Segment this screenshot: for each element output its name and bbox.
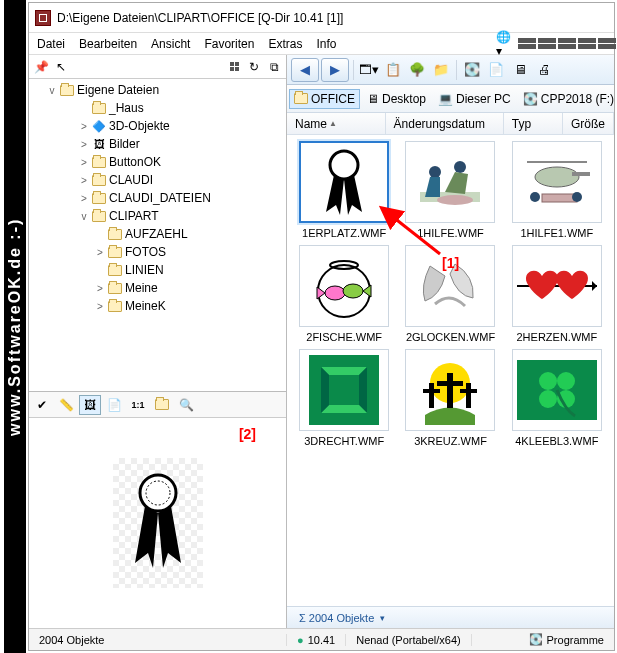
thumb-caption: 2HERZEN.WMF [516, 331, 597, 343]
tree-toggle-icon[interactable]: 🌳 [406, 59, 428, 81]
svg-rect-23 [447, 373, 453, 408]
svg-rect-27 [466, 383, 471, 408]
tree-item[interactable]: _Haus [33, 99, 286, 117]
file-thumb[interactable]: 1ERPLATZ.WMF [293, 141, 395, 239]
status-right: 💽 Programme [519, 633, 614, 646]
globe-icon: ● [297, 634, 304, 646]
left-pane: 📌 ↖ ↻ ⧉ v Eigene Dateien _Haus>🔷3D-Objek… [29, 55, 287, 628]
menubar: Datei Bearbeiten Ansicht Favoriten Extra… [29, 33, 614, 55]
svg-rect-10 [572, 172, 590, 176]
monitor-icon[interactable]: 🖥 [509, 59, 531, 81]
menu-extras[interactable]: Extras [262, 35, 308, 53]
one-to-one-icon[interactable]: 1:1 [127, 395, 149, 415]
layout-5-icon[interactable] [594, 35, 612, 53]
svg-rect-28 [460, 389, 477, 393]
tree-item[interactable]: >🔷3D-Objekte [33, 117, 286, 135]
menu-favoriten[interactable]: Favoriten [198, 35, 260, 53]
zoom-icon[interactable]: 🔍 [175, 395, 197, 415]
statusbar: 2004 Objekte ● 10.41 Nenad (Portabel/x64… [29, 628, 614, 650]
tree-item[interactable]: vCLIPART [33, 207, 286, 225]
main-body: 📌 ↖ ↻ ⧉ v Eigene Dateien _Haus>🔷3D-Objek… [29, 55, 614, 628]
svg-point-0 [140, 475, 176, 511]
new-window-icon[interactable]: ⧉ [266, 59, 282, 75]
column-headers[interactable]: Name▲ Änderungsdatum Typ Größe [287, 113, 614, 135]
layout-1-icon[interactable] [514, 35, 532, 53]
doc-icon[interactable]: 📄 [485, 59, 507, 81]
thumb-caption: 4KLEEBL3.WMF [515, 435, 598, 447]
col-date[interactable]: Änderungsdatum [386, 113, 504, 134]
annotation-2: [2] [239, 426, 256, 442]
tree-item[interactable]: >Meine [33, 279, 286, 297]
ruler-icon[interactable]: 📏 [55, 395, 77, 415]
svg-point-9 [535, 167, 579, 187]
window-title: D:\Eigene Dateien\CLIPART\OFFICE [Q-Dir … [57, 11, 343, 25]
back-button[interactable]: ◀ [291, 58, 319, 82]
svg-point-17 [343, 284, 363, 298]
tree-item[interactable]: LINIEN [33, 261, 286, 279]
thumb-image [405, 245, 495, 327]
forward-button[interactable]: ▶ [321, 58, 349, 82]
col-name[interactable]: Name▲ [287, 113, 386, 134]
file-thumb[interactable]: 3KREUZ.WMF [399, 349, 501, 447]
globe-icon[interactable]: 🌐▾ [494, 35, 512, 53]
file-thumb[interactable]: 2GLOCKEN.WMF [399, 245, 501, 343]
drive-icon[interactable]: 💽 [461, 59, 483, 81]
layout-2-icon[interactable] [534, 35, 552, 53]
thumb-image [405, 141, 495, 223]
print-icon[interactable]: 🖨 [533, 59, 555, 81]
layout-4-icon[interactable] [574, 35, 592, 53]
tree-item[interactable]: >CLAUDI_DATEIEN [33, 189, 286, 207]
portrait-icon[interactable]: 📄 [103, 395, 125, 415]
thumb-image [512, 141, 602, 223]
crumb-current[interactable]: OFFICE [289, 89, 360, 109]
crumb-drive[interactable]: 💽 CPP2018 (F:) [518, 89, 614, 109]
tree-item[interactable]: >🖼Bilder [33, 135, 286, 153]
breadcrumb[interactable]: OFFICE 🖥 Desktop 💻 Dieser PC 💽 CPP2018 (… [287, 85, 614, 113]
menu-info[interactable]: Info [310, 35, 342, 53]
thumb-caption: 1HILFE1.WMF [520, 227, 593, 239]
thumb-image [405, 349, 495, 431]
tree-item[interactable]: >CLAUDI [33, 171, 286, 189]
file-thumb[interactable]: 2HERZEN.WMF [506, 245, 608, 343]
thumb-caption: 2GLOCKEN.WMF [406, 331, 495, 343]
file-thumb[interactable]: 3DRECHT.WMF [293, 349, 395, 447]
crumb-pc[interactable]: 💻 Dieser PC [433, 89, 516, 109]
file-thumb[interactable]: 2FISCHE.WMF [293, 245, 395, 343]
col-size[interactable]: Größe [563, 113, 614, 134]
file-thumb[interactable]: 4KLEEBL3.WMF [506, 349, 608, 447]
views-icon[interactable]: 🗔▾ [358, 59, 380, 81]
thumb-caption: 2FISCHE.WMF [306, 331, 382, 343]
folder-up-icon[interactable]: 📁 [430, 59, 452, 81]
watermark-sidebar: www.SoftwareOK.de :-) [4, 0, 26, 653]
svg-point-30 [539, 372, 557, 390]
check-icon[interactable]: ✔ [31, 395, 53, 415]
svg-point-6 [454, 161, 466, 173]
tree-item[interactable]: AUFZAEHL [33, 225, 286, 243]
menu-datei[interactable]: Datei [31, 35, 71, 53]
right-pane: ◀ ▶ 🗔▾ 📋 🌳 📁 💽 📄 🖥 🖨 OFFICE � [287, 55, 614, 628]
crumb-desktop[interactable]: 🖥 Desktop [362, 89, 431, 109]
file-thumb[interactable]: 1HILFE.WMF [399, 141, 501, 239]
pointer-icon[interactable]: ↖ [53, 59, 69, 75]
copy-icon[interactable]: 📋 [382, 59, 404, 81]
col-type[interactable]: Typ [504, 113, 563, 134]
folder-pv-icon[interactable] [151, 395, 173, 415]
folder-tree[interactable]: v Eigene Dateien _Haus>🔷3D-Objekte>🖼Bild… [29, 79, 286, 392]
file-thumb[interactable]: 1HILFE1.WMF [506, 141, 608, 239]
thumb-caption: 1HILFE.WMF [417, 227, 484, 239]
grid-view-icon[interactable] [226, 59, 242, 75]
tree-root[interactable]: v Eigene Dateien [33, 81, 286, 99]
tree-item[interactable]: >ButtonOK [33, 153, 286, 171]
menu-bearbeiten[interactable]: Bearbeiten [73, 35, 143, 53]
pin-icon[interactable]: 📌 [33, 59, 49, 75]
layout-3-icon[interactable] [554, 35, 572, 53]
tree-item[interactable]: >MeineK [33, 297, 286, 315]
refresh-icon[interactable]: ↻ [246, 59, 262, 75]
preview-image [113, 458, 203, 588]
menu-ansicht[interactable]: Ansicht [145, 35, 196, 53]
file-grid[interactable]: [1] 1ERPLATZ.WMF1HILFE.WMF1HILFE1.WMF2FI… [287, 135, 614, 606]
landscape-icon[interactable]: 🖼 [79, 395, 101, 415]
svg-point-3 [330, 151, 358, 179]
tree-item[interactable]: >FOTOS [33, 243, 286, 261]
svg-point-13 [572, 192, 582, 202]
